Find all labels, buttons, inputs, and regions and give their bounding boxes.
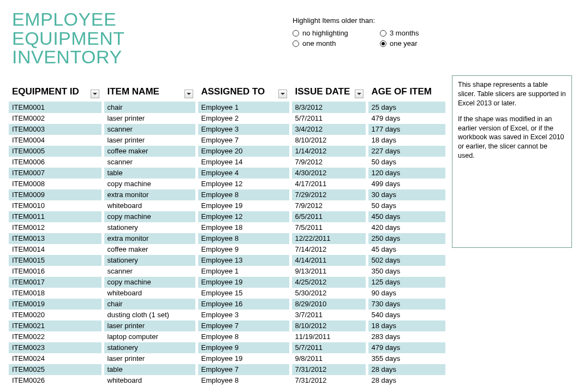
cell-age[interactable]: 125 days (367, 277, 445, 288)
cell-name[interactable]: copy machine (103, 211, 196, 222)
cell-date[interactable]: 4/17/2011 (290, 179, 367, 189)
cell-date[interactable]: 7/9/2012 (290, 157, 367, 168)
radio-no-highlighting[interactable]: no highlighting (293, 29, 380, 37)
cell-id[interactable]: ITEM0006 (9, 157, 103, 168)
cell-date[interactable]: 6/5/2011 (290, 211, 367, 222)
cell-assigned[interactable]: Employee 9 (196, 244, 290, 255)
cell-id[interactable]: ITEM0003 (9, 124, 103, 135)
cell-assigned[interactable]: Employee 14 (196, 157, 290, 168)
cell-id[interactable]: ITEM0026 (9, 375, 103, 386)
table-row[interactable]: ITEM0018whiteboardEmployee 155/30/201290… (9, 288, 445, 299)
cell-name[interactable]: table (103, 168, 196, 179)
header-issue-date[interactable]: ISSUE DATE (290, 82, 367, 102)
cell-age[interactable]: 18 days (367, 135, 445, 146)
table-row[interactable]: ITEM0007tableEmployee 44/30/2012120 days (9, 168, 445, 179)
cell-assigned[interactable]: Employee 7 (196, 320, 290, 331)
table-row[interactable]: ITEM0017copy machineEmployee 194/25/2012… (9, 277, 445, 288)
cell-date[interactable]: 7/31/2012 (290, 364, 367, 375)
cell-name[interactable]: scanner (103, 266, 196, 277)
cell-age[interactable]: 479 days (367, 113, 445, 124)
cell-age[interactable]: 90 days (367, 288, 445, 299)
cell-assigned[interactable]: Employee 16 (196, 299, 290, 310)
table-row[interactable]: ITEM0024laser printerEmployee 199/8/2011… (9, 353, 445, 364)
cell-name[interactable]: laser printer (103, 353, 196, 364)
table-row[interactable]: ITEM0016scannerEmployee 19/13/2011350 da… (9, 266, 445, 277)
cell-assigned[interactable]: Employee 4 (196, 168, 290, 179)
cell-id[interactable]: ITEM0024 (9, 353, 103, 364)
cell-assigned[interactable]: Employee 7 (196, 364, 290, 375)
table-row[interactable]: ITEM0015stationeryEmployee 134/14/201150… (9, 255, 445, 266)
cell-id[interactable]: ITEM0025 (9, 364, 103, 375)
cell-age[interactable]: 45 days (367, 244, 445, 255)
cell-age[interactable]: 50 days (367, 157, 445, 168)
cell-name[interactable]: scanner (103, 157, 196, 168)
table-row[interactable]: ITEM0004laser printerEmployee 78/10/2012… (9, 135, 445, 146)
cell-assigned[interactable]: Employee 8 (196, 189, 290, 200)
filter-dropdown-icon[interactable] (355, 90, 364, 98)
cell-id[interactable]: ITEM0001 (9, 102, 103, 113)
table-row[interactable]: ITEM0020dusting cloth (1 set)Employee 33… (9, 310, 445, 320)
cell-assigned[interactable]: Employee 7 (196, 135, 290, 146)
cell-name[interactable]: extra monitor (103, 189, 196, 200)
cell-assigned[interactable]: Employee 18 (196, 222, 290, 233)
cell-age[interactable]: 499 days (367, 179, 445, 189)
cell-date[interactable]: 5/30/2012 (290, 288, 367, 299)
cell-age[interactable]: 479 days (367, 342, 445, 353)
cell-date[interactable]: 9/8/2011 (290, 353, 367, 364)
cell-date[interactable]: 4/14/2011 (290, 255, 367, 266)
table-row[interactable]: ITEM0011copy machineEmployee 126/5/20114… (9, 211, 445, 222)
header-item-name[interactable]: ITEM NAME (103, 82, 196, 102)
table-row[interactable]: ITEM0023stationeryEmployee 95/7/2011479 … (9, 342, 445, 353)
cell-age[interactable]: 50 days (367, 200, 445, 211)
cell-age[interactable]: 540 days (367, 310, 445, 320)
cell-age[interactable]: 350 days (367, 266, 445, 277)
cell-assigned[interactable]: Employee 12 (196, 179, 290, 189)
cell-age[interactable]: 120 days (367, 168, 445, 179)
table-row[interactable]: ITEM0019chairEmployee 168/29/2010730 day… (9, 299, 445, 310)
cell-date[interactable]: 5/7/2011 (290, 113, 367, 124)
cell-age[interactable]: 25 days (367, 102, 445, 113)
table-row[interactable]: ITEM0005coffee makerEmployee 201/14/2012… (9, 146, 445, 157)
cell-id[interactable]: ITEM0010 (9, 200, 103, 211)
cell-assigned[interactable]: Employee 19 (196, 200, 290, 211)
cell-name[interactable]: copy machine (103, 179, 196, 189)
cell-age[interactable]: 28 days (367, 364, 445, 375)
cell-date[interactable]: 11/19/2011 (290, 331, 367, 342)
cell-id[interactable]: ITEM0009 (9, 189, 103, 200)
cell-id[interactable]: ITEM0007 (9, 168, 103, 179)
table-row[interactable]: ITEM0014coffee makerEmployee 97/14/20124… (9, 244, 445, 255)
cell-name[interactable]: table (103, 364, 196, 375)
cell-id[interactable]: ITEM0012 (9, 222, 103, 233)
cell-date[interactable]: 7/31/2012 (290, 375, 367, 386)
cell-date[interactable]: 7/9/2012 (290, 200, 367, 211)
cell-id[interactable]: ITEM0014 (9, 244, 103, 255)
cell-name[interactable]: copy machine (103, 277, 196, 288)
header-assigned-to[interactable]: ASSIGNED TO (196, 82, 290, 102)
cell-name[interactable]: chair (103, 102, 196, 113)
cell-age[interactable]: 355 days (367, 353, 445, 364)
cell-id[interactable]: ITEM0002 (9, 113, 103, 124)
cell-id[interactable]: ITEM0021 (9, 320, 103, 331)
cell-assigned[interactable]: Employee 3 (196, 310, 290, 320)
cell-name[interactable]: coffee maker (103, 146, 196, 157)
cell-id[interactable]: ITEM0020 (9, 310, 103, 320)
table-row[interactable]: ITEM0001chairEmployee 18/3/201225 days (9, 102, 445, 113)
cell-assigned[interactable]: Employee 13 (196, 255, 290, 266)
cell-id[interactable]: ITEM0022 (9, 331, 103, 342)
table-row[interactable]: ITEM0013extra monitorEmployee 812/22/201… (9, 233, 445, 244)
cell-date[interactable]: 7/5/2011 (290, 222, 367, 233)
cell-date[interactable]: 12/22/2011 (290, 233, 367, 244)
header-equipment-id[interactable]: EQUIPMENT ID (9, 82, 103, 102)
cell-age[interactable]: 28 days (367, 375, 445, 386)
table-row[interactable]: ITEM0010whiteboardEmployee 197/9/201250 … (9, 200, 445, 211)
cell-age[interactable]: 502 days (367, 255, 445, 266)
cell-age[interactable]: 250 days (367, 233, 445, 244)
cell-name[interactable]: stationery (103, 342, 196, 353)
cell-name[interactable]: whiteboard (103, 288, 196, 299)
cell-name[interactable]: stationery (103, 222, 196, 233)
cell-date[interactable]: 8/29/2010 (290, 299, 367, 310)
table-row[interactable]: ITEM0006scannerEmployee 147/9/201250 day… (9, 157, 445, 168)
table-row[interactable]: ITEM0022laptop computerEmployee 811/19/2… (9, 331, 445, 342)
cell-date[interactable]: 8/3/2012 (290, 102, 367, 113)
table-row[interactable]: ITEM0021laser printerEmployee 78/10/2012… (9, 320, 445, 331)
